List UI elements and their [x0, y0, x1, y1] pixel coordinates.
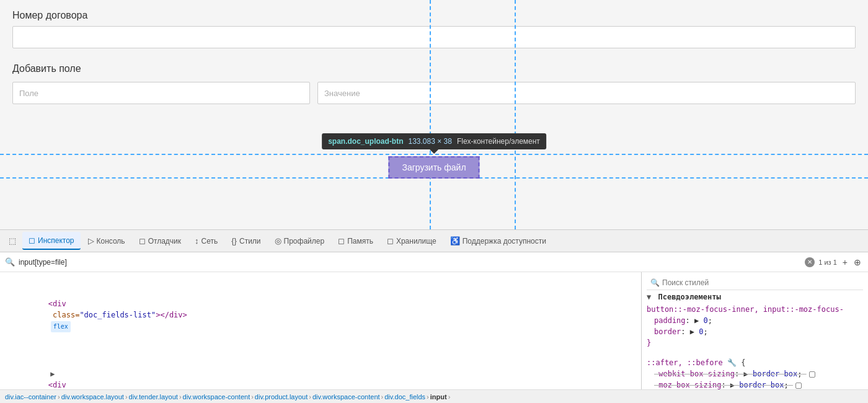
tab-memory[interactable]: ◻ Память — [332, 232, 379, 249]
tab-accessibility[interactable]: ♿ Поддержка доступности — [444, 232, 552, 249]
search-count: 1 из 1 — [818, 259, 837, 266]
picker-icon: ⬚ — [9, 236, 16, 246]
search-icon: 🔍 — [5, 257, 15, 267]
style-prop-padding: padding: ▶ 0; — [647, 315, 863, 326]
badge-flex: flex — [51, 321, 71, 332]
styles-search-bar: 🔍 — [647, 276, 863, 290]
breadcrumb-item-0[interactable]: div.iac--container — [5, 393, 56, 401]
breadcrumb-item-2[interactable]: div.tender.layout — [129, 393, 178, 401]
style-rule-close-1: } — [647, 337, 863, 348]
pseudo-elements-header: ▼ Псевдоэлементы — [647, 293, 863, 301]
devtools-panel: ⬚ ◻ Инспектор ▷ Консоль ◻ Отладчик ↕ Сет… — [0, 229, 868, 403]
breadcrumb-item-5[interactable]: div.workspace-content — [312, 393, 380, 401]
style-flag-icon-2[interactable] — [795, 383, 802, 389]
breadcrumb-item-6[interactable]: div.doc_fields — [384, 393, 425, 401]
style-prop-moz-boxsizing: -moz-box-sizing: ▶ border-box; — [647, 379, 863, 389]
profiler-icon: ◎ — [275, 236, 281, 246]
tab-network-label: Сеть — [202, 237, 218, 246]
console-icon: ▷ — [88, 236, 94, 246]
tab-styles-label: Стили — [239, 237, 261, 246]
styles-search-input[interactable] — [662, 278, 859, 287]
tooltip-tag: span.doc_upload-btn — [328, 137, 403, 146]
tab-storage[interactable]: ◻ Хранилище — [381, 232, 443, 249]
styles-panel[interactable]: 🔍 ▼ Псевдоэлементы button::-moz-focus-in… — [642, 272, 868, 389]
network-icon: ↕ — [195, 236, 199, 246]
tab-console[interactable]: ▷ Консоль — [82, 232, 131, 249]
breadcrumb-item-3[interactable]: div.workspace-content — [183, 393, 250, 401]
guide-line-vertical-1 — [430, 0, 431, 229]
field-value-row: Поле Значение — [12, 82, 856, 104]
html-line-1[interactable]: <div class="doc_fields-list"></div> flex — [0, 275, 641, 345]
expand-2[interactable]: ▶ — [48, 368, 57, 379]
tooltip-size: 133.083 × 38 — [408, 137, 451, 146]
style-rule-2: ::after, ::before 🔧 { — [647, 357, 863, 368]
html-panel[interactable]: <div class="doc_fields-list"></div> flex… — [0, 272, 642, 389]
collapse-arrow[interactable]: ▼ — [647, 293, 651, 301]
devtools-content: <div class="doc_fields-list"></div> flex… — [0, 272, 868, 389]
html-line-2[interactable]: ▶ <div class="doc_fields-controls"> … </… — [0, 345, 641, 390]
styles-icon: {} — [231, 236, 237, 246]
contract-number-input[interactable] — [12, 26, 856, 48]
style-rule-1: button::-moz-focus-inner, input::-moz-fo… — [647, 304, 863, 315]
search-prev-button[interactable]: + — [841, 257, 849, 267]
upload-area: Загрузить файл — [388, 156, 479, 179]
search-clear-button[interactable]: ✕ — [805, 257, 815, 267]
tooltip-type: Flex-контейнер/элемент — [457, 137, 540, 146]
breadcrumb-bar: div.iac--container › div.workspace.layou… — [0, 389, 868, 403]
search-target-button[interactable]: ⊕ — [852, 257, 863, 267]
field-value-input[interactable]: Значение — [317, 82, 856, 104]
add-field-label: Добавить поле — [12, 63, 856, 74]
guide-line-horizontal-1 — [0, 154, 868, 155]
top-area: Номер договора Добавить поле Поле Значен… — [0, 0, 868, 229]
tab-memory-label: Память — [347, 237, 373, 246]
tab-inspector-label: Инспектор — [38, 236, 74, 245]
debugger-icon: ◻ — [139, 236, 146, 246]
tab-debugger[interactable]: ◻ Отладчик — [133, 232, 187, 249]
tooltip-content: span.doc_upload-btn 133.083 × 38 Flex-ко… — [322, 133, 546, 149]
breadcrumb-item-7[interactable]: input — [430, 393, 447, 401]
breadcrumb-item-4[interactable]: div.product.layout — [255, 393, 308, 401]
element-tooltip: span.doc_upload-btn 133.083 × 38 Flex-ко… — [322, 133, 546, 154]
tab-console-label: Консоль — [97, 237, 125, 246]
guide-line-vertical-2 — [515, 0, 516, 229]
tab-storage-label: Хранилище — [396, 237, 436, 246]
tooltip-arrow — [430, 149, 438, 154]
devtools-search-bar: 🔍 ✕ 1 из 1 + ⊕ — [0, 252, 868, 272]
field-name-input[interactable]: Поле — [12, 82, 310, 104]
style-flag-icon-1[interactable] — [809, 371, 815, 378]
inspector-icon: ◻ — [29, 236, 35, 245]
devtools-toolbar: ⬚ ◻ Инспектор ▷ Консоль ◻ Отладчик ↕ Сет… — [0, 230, 868, 252]
accessibility-icon: ♿ — [450, 236, 460, 246]
styles-search-icon: 🔍 — [650, 278, 660, 287]
tab-debugger-label: Отладчик — [148, 237, 181, 246]
tab-picker[interactable]: ⬚ — [4, 232, 21, 249]
memory-icon: ◻ — [338, 236, 345, 246]
tab-styles[interactable]: {} Стили — [225, 232, 267, 249]
storage-icon: ◻ — [387, 236, 394, 246]
search-input[interactable] — [19, 258, 805, 267]
tab-network[interactable]: ↕ Сеть — [188, 232, 224, 249]
upload-file-button[interactable]: Загрузить файл — [388, 156, 479, 179]
tab-inspector[interactable]: ◻ Инспектор — [22, 232, 81, 250]
contract-field-label: Номер договора — [12, 10, 856, 21]
style-prop-webkit-boxsizing: -webkit-box-sizing: ▶ border-box; — [647, 368, 863, 379]
style-prop-border: border: ▶ 0; — [647, 326, 863, 337]
tab-accessibility-label: Поддержка доступности — [463, 237, 546, 246]
tab-profiler-label: Профайлер — [284, 237, 325, 246]
tab-profiler[interactable]: ◎ Профайлер — [268, 232, 331, 249]
breadcrumb-item-1[interactable]: div.workspace.layout — [61, 393, 124, 401]
